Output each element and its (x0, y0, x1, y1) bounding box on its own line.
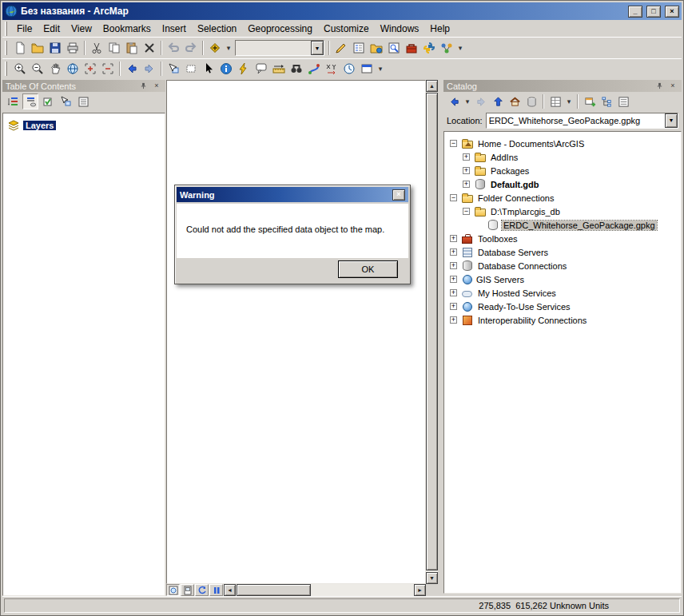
scale-dropdown-button[interactable]: ▼ (311, 41, 324, 55)
close-button[interactable]: × (665, 6, 679, 18)
layout-view-button[interactable] (181, 584, 194, 596)
menu-view[interactable]: View (66, 21, 97, 37)
arctoolbox-button[interactable] (403, 39, 420, 57)
toc-layers-node[interactable]: Layers (7, 118, 161, 132)
tree-node-database-servers[interactable]: + Database Servers (446, 245, 679, 259)
catalog-forward-button[interactable] (473, 93, 489, 109)
collapse-icon[interactable]: − (450, 194, 457, 201)
toc-panel-header[interactable]: Table Of Contents × (2, 80, 165, 92)
dialog-close-button[interactable]: × (392, 189, 405, 201)
toolbar-options-dropdown[interactable]: ▾ (376, 60, 385, 77)
pin-icon[interactable] (137, 81, 149, 91)
list-by-selection-button[interactable] (58, 93, 74, 109)
copy-button[interactable] (105, 39, 123, 57)
toolbar-options-dropdown[interactable]: ▾ (455, 39, 465, 57)
go-to-xy-button[interactable] (323, 60, 340, 77)
tree-node-packages[interactable]: + Packages (446, 164, 679, 177)
expand-icon[interactable]: + (450, 262, 457, 269)
data-view-button[interactable] (166, 584, 180, 596)
expand-icon[interactable]: + (450, 248, 457, 256)
toolbox-tree-button[interactable] (598, 93, 614, 109)
close-icon[interactable]: × (667, 81, 678, 91)
minimize-button[interactable]: _ (628, 6, 642, 18)
scroll-down-button[interactable]: ▼ (426, 572, 438, 584)
select-features-button[interactable] (165, 60, 182, 77)
menubar-grip[interactable] (5, 22, 7, 36)
editor-toolbar-button[interactable] (332, 39, 350, 57)
toolbar-grip[interactable] (5, 62, 7, 76)
toolbar-grip[interactable] (5, 41, 7, 55)
tree-node-home-arcgis[interactable]: − Home - Documents\ArcGIS (446, 137, 679, 150)
search-window-button[interactable] (385, 39, 403, 57)
zoom-out-button[interactable] (29, 60, 46, 77)
list-by-source-button[interactable] (22, 93, 38, 109)
scroll-left-button[interactable]: ◄ (224, 584, 236, 596)
modelbuilder-button[interactable] (438, 39, 455, 57)
up-one-level-button[interactable] (490, 93, 506, 109)
full-extent-button[interactable] (64, 60, 82, 77)
horizontal-scroll-track[interactable] (237, 584, 413, 596)
catalog-back-dropdown[interactable]: ▾ (463, 93, 472, 110)
html-popup-button[interactable] (253, 60, 270, 77)
catalog-back-button[interactable] (446, 93, 462, 109)
scroll-right-button[interactable]: ► (414, 584, 426, 596)
find-button[interactable] (288, 60, 305, 77)
select-elements-button[interactable] (200, 60, 217, 77)
ok-button[interactable]: OK (338, 260, 398, 278)
menu-insert[interactable]: Insert (157, 21, 192, 37)
scroll-up-button[interactable]: ▲ (426, 80, 438, 92)
window-titlebar[interactable]: Без названия - ArcMap _ □ × (2, 2, 682, 20)
create-viewer-window-button[interactable] (358, 60, 376, 77)
tree-node-addins[interactable]: + AddIns (446, 150, 679, 164)
map-vertical-scrollbar[interactable]: ▲ ▼ (426, 80, 438, 584)
close-icon[interactable]: × (151, 81, 162, 91)
collapse-icon[interactable]: − (463, 208, 470, 215)
tree-node-geopackage[interactable]: ERDC_Whitehorse_GeoPackage.gpkg (446, 218, 679, 232)
expand-icon[interactable]: + (450, 235, 457, 242)
fixed-zoom-in-button[interactable] (82, 60, 99, 77)
map-scale-combobox[interactable]: ▼ (235, 40, 324, 56)
add-data-button[interactable] (206, 39, 224, 57)
add-item-button[interactable] (582, 93, 598, 109)
vertical-scroll-thumb[interactable] (426, 93, 438, 570)
measure-button[interactable] (270, 60, 288, 77)
paste-button[interactable] (123, 39, 141, 57)
menu-file[interactable]: File (11, 21, 38, 37)
table-of-contents-window-button[interactable] (350, 39, 368, 57)
save-button[interactable] (46, 39, 64, 57)
menu-help[interactable]: Help (424, 21, 455, 37)
expand-icon[interactable]: + (450, 316, 457, 324)
tree-node-folder-connections[interactable]: − Folder Connections (446, 191, 679, 205)
location-dropdown-button[interactable]: ▼ (665, 113, 678, 128)
new-map-button[interactable] (11, 39, 29, 57)
toc-options-button[interactable] (75, 93, 91, 109)
expand-icon[interactable]: + (450, 303, 457, 310)
find-route-button[interactable] (305, 60, 323, 77)
fixed-zoom-out-button[interactable] (99, 60, 117, 77)
horizontal-scroll-thumb[interactable] (237, 584, 311, 596)
back-extent-button[interactable] (123, 60, 141, 77)
delete-button[interactable] (141, 39, 158, 57)
zoom-in-button[interactable] (11, 60, 29, 77)
open-button[interactable] (29, 39, 46, 57)
expand-icon[interactable]: + (463, 153, 470, 161)
catalog-panel-header[interactable]: Catalog × (443, 80, 682, 92)
map-canvas[interactable] (166, 80, 426, 584)
list-by-visibility-button[interactable] (40, 93, 56, 109)
tree-node-arcgis-db-folder[interactable]: − D:\Tmp\arcgis_db (446, 205, 679, 218)
menu-bookmarks[interactable]: Bookmarks (97, 21, 157, 37)
dialog-titlebar[interactable]: Warning × (177, 187, 408, 202)
redo-button[interactable] (182, 39, 200, 57)
pin-icon[interactable] (654, 81, 665, 91)
hyperlink-button[interactable] (235, 60, 253, 77)
expand-icon[interactable]: + (463, 181, 470, 188)
expand-icon[interactable]: + (450, 276, 457, 283)
menu-geoprocessing[interactable]: Geoprocessing (242, 21, 318, 37)
forward-extent-button[interactable] (141, 60, 158, 77)
identify-button[interactable] (217, 60, 235, 77)
go-to-default-geodatabase-button[interactable] (523, 93, 539, 109)
location-combobox[interactable]: ERDC_Whitehorse_GeoPackage.gpkg ▼ (486, 113, 678, 129)
tree-node-my-hosted-services[interactable]: + My Hosted Services (446, 286, 679, 300)
menu-edit[interactable]: Edit (38, 21, 66, 37)
expand-icon[interactable]: + (450, 289, 457, 296)
